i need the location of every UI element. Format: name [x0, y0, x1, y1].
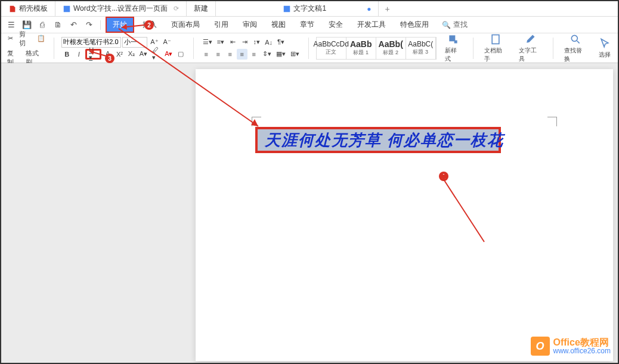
- redo-icon[interactable]: ↷: [82, 18, 95, 32]
- watermark-url: www.office26.com: [553, 347, 611, 355]
- style-h1[interactable]: AaBb 标题 1: [346, 38, 376, 59]
- undo-icon[interactable]: ↶: [67, 18, 80, 32]
- menu-dev[interactable]: 开发工具: [351, 17, 392, 33]
- grow-font-icon[interactable]: A⁺: [148, 37, 160, 48]
- tab-new[interactable]: 新建: [187, 1, 216, 16]
- style-preview: AaBb(: [379, 39, 403, 49]
- tab-word-trick[interactable]: Word文字技...设置在同一页面 ⟳: [55, 1, 187, 16]
- separator: [308, 38, 309, 59]
- menu-safe[interactable]: 安全: [323, 17, 349, 33]
- btn-label: 选择: [599, 51, 611, 59]
- annotation-badge-1: 1: [439, 172, 448, 181]
- sort-button[interactable]: A↓: [263, 37, 274, 48]
- find-icon: [570, 33, 581, 45]
- distribute-button[interactable]: ≡: [249, 49, 259, 60]
- search-button[interactable]: 🔍 查找: [437, 20, 472, 30]
- search-label: 查找: [453, 20, 468, 30]
- menu-review[interactable]: 审阅: [237, 17, 263, 33]
- preview-icon[interactable]: 🗎: [51, 18, 64, 32]
- paste-icon[interactable]: 📋: [35, 33, 47, 44]
- style-name: 标题 1: [353, 49, 369, 57]
- decrease-indent-button[interactable]: ⇤: [227, 37, 238, 48]
- doc-assist-button[interactable]: 文档助手: [481, 32, 511, 64]
- menu-start[interactable]: 开始: [106, 17, 134, 33]
- style-name: 正文: [326, 48, 336, 56]
- poem-text[interactable]: 天涯何处无芳草 何必单恋一枝花: [265, 130, 504, 151]
- char-shading-button[interactable]: ▢: [175, 49, 186, 60]
- font-color-button[interactable]: A▾: [163, 49, 174, 60]
- annotation-badge-2: 2: [144, 20, 154, 30]
- doc-assist-icon: [490, 33, 502, 45]
- numbering-button[interactable]: ≡▾: [215, 37, 226, 48]
- menu-view[interactable]: 视图: [265, 17, 292, 33]
- font-size-select[interactable]: [122, 37, 147, 48]
- close-icon[interactable]: ⟳: [174, 5, 179, 13]
- docer-icon: [8, 5, 17, 13]
- watermark: O Office教程网 www.office26.com: [531, 337, 611, 356]
- tab-label: 新建: [194, 4, 208, 14]
- menu-bar: ☰ 💾 ⎙ 🗎 ↶ ↷ 开始 插入 页面布局 引用 审阅 视图 章节 安全 开发…: [1, 17, 618, 33]
- separator: [100, 20, 101, 30]
- ribbon: ✂ 剪切 📋 复制 格式刷 A⁺ A⁻ B I U ▾ A̶ X² X₂ A▾ …: [1, 33, 618, 63]
- tab-templates[interactable]: 稻壳模板: [1, 1, 55, 16]
- text-tools-button[interactable]: 文字工具: [515, 32, 546, 64]
- font-group: A⁺ A⁻ B I U ▾ A̶ X² X₂ A▾ 🖊▾ A▾ ▢: [61, 37, 186, 60]
- tab-label: 稻壳模板: [19, 4, 48, 14]
- style-h3[interactable]: AaBbC( 标题 3: [406, 38, 436, 59]
- cut-icon[interactable]: ✂: [5, 33, 16, 44]
- style-normal[interactable]: AaBbCcDd 正文: [317, 38, 346, 59]
- line-spacing-button[interactable]: ↕▾: [251, 37, 262, 48]
- separator: [473, 38, 473, 59]
- text-tools-icon: [524, 33, 536, 45]
- menu-layout[interactable]: 页面布局: [165, 17, 206, 33]
- btn-label: 文字工具: [519, 46, 542, 63]
- align-right-button[interactable]: ≡: [225, 49, 236, 60]
- separator: [54, 38, 54, 59]
- select-button[interactable]: 选择: [595, 36, 614, 60]
- margin-corner-tr: [547, 117, 557, 126]
- shrink-font-icon[interactable]: A⁻: [162, 37, 173, 48]
- subscript-button[interactable]: X₂: [126, 49, 137, 60]
- menu-chapter[interactable]: 章节: [294, 17, 320, 33]
- align-center-button[interactable]: ≡: [213, 49, 224, 60]
- new-style-icon: [447, 33, 459, 45]
- show-marks-button[interactable]: ¶▾: [276, 37, 286, 48]
- clipboard-group: ✂ 剪切 📋 复制 格式刷: [5, 30, 47, 67]
- find-replace-button[interactable]: 查找替换: [561, 32, 591, 64]
- new-style-button[interactable]: 新样式: [441, 32, 466, 64]
- word-icon: [63, 5, 71, 13]
- select-icon: [599, 38, 611, 49]
- document-page[interactable]: 天涯何处无芳草 何必单恋一枝花: [196, 69, 613, 361]
- menu-ref[interactable]: 引用: [208, 17, 234, 33]
- style-preview: AaBbCcDd: [314, 40, 349, 48]
- tab-label: 文字文稿1: [293, 4, 326, 14]
- watermark-text: Office教程网 www.office26.com: [553, 337, 611, 356]
- borders-button[interactable]: ⊞▾: [289, 49, 301, 60]
- align-justify-button[interactable]: ≡: [237, 49, 247, 60]
- bold-button[interactable]: B: [61, 49, 72, 60]
- font-name-select[interactable]: [61, 37, 121, 48]
- new-tab-button[interactable]: +: [379, 4, 395, 14]
- menu-special[interactable]: 特色应用: [394, 17, 435, 33]
- underline-button[interactable]: U ▾: [85, 49, 101, 60]
- shading-button[interactable]: ▦▾: [274, 49, 287, 60]
- word-icon: [283, 5, 291, 13]
- style-h2[interactable]: AaBb( 标题 2: [376, 38, 406, 59]
- document-tabs: 稻壳模板 Word文字技...设置在同一页面 ⟳ 新建 文字文稿1 ● +: [1, 1, 618, 17]
- text-effects-button[interactable]: A▾: [138, 49, 149, 60]
- paragraph-group: ☰▾ ≡▾ ⇤ ⇥ ↕▾ A↓ ¶▾ ≡ ≡ ≡ ≡ ≡ ⇕▾ ▦▾ ⊞▾: [201, 37, 301, 60]
- bullets-button[interactable]: ☰▾: [201, 37, 214, 48]
- btn-label: 新样式: [445, 46, 462, 63]
- workspace: 天涯何处无芳草 何必单恋一枝花: [1, 63, 618, 364]
- line-spacing-button[interactable]: ⇕▾: [261, 49, 273, 60]
- highlight-button[interactable]: 🖊▾: [150, 49, 162, 60]
- increase-indent-button[interactable]: ⇥: [239, 37, 250, 48]
- tab-document1[interactable]: 文字文稿1 ●: [276, 1, 379, 16]
- btn-label: 查找替换: [564, 46, 587, 63]
- style-preview: AaBb: [350, 39, 372, 49]
- align-left-button[interactable]: ≡: [201, 49, 212, 60]
- superscript-button[interactable]: X²: [114, 49, 125, 60]
- watermark-icon: O: [531, 337, 550, 356]
- tab-label: Word文字技...设置在同一页面: [73, 4, 168, 14]
- italic-button[interactable]: I: [73, 49, 84, 60]
